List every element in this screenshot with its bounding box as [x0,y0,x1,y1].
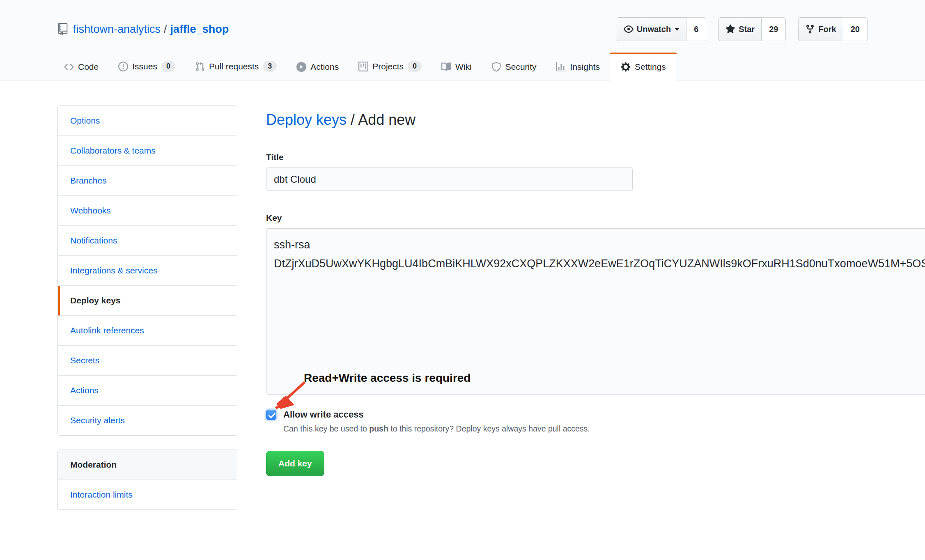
fork-count[interactable]: 20 [843,17,868,41]
title-input[interactable] [266,168,633,191]
repo-tabbar: Code Issues 0 Pull requests 3 Actions [0,51,925,80]
repo-social-buttons: Unwatch 6 Star 29 F [617,17,868,41]
repo-name-link[interactable]: jaffle_shop [170,23,229,36]
sidebar-item-secrets[interactable]: Secrets [58,346,237,376]
tab-label: Issues [132,62,157,71]
watch-count[interactable]: 6 [686,17,706,41]
allow-write-access-help: Can this key be used to push to this rep… [283,424,925,434]
page-title-current: Add new [358,111,415,128]
sidebar-item-options[interactable]: Options [58,106,237,136]
page-title: Deploy keys / Add new [266,111,925,129]
sidebar-item-interaction-limits[interactable]: Interaction limits [58,480,237,510]
play-icon [296,62,306,72]
tab-actions[interactable]: Actions [287,52,349,80]
add-key-button[interactable]: Add key [266,451,324,476]
sidebar-item-collaborators-teams[interactable]: Collaborators & teams [58,136,237,166]
moderation-header: Moderation [58,450,237,480]
issue-opened-icon [118,62,128,71]
tab-label: Settings [635,62,666,72]
tab-settings[interactable]: Settings [610,53,677,81]
projects-counter: 0 [408,61,422,72]
tab-label: Wiki [455,62,472,72]
unwatch-label: Unwatch [637,25,671,34]
gear-icon [621,62,631,72]
sidebar-item-security-alerts[interactable]: Security alerts [58,406,237,435]
tab-issues[interactable]: Issues 0 [108,51,185,80]
tab-label: Code [78,62,99,72]
allow-write-access-checkbox[interactable] [266,410,276,420]
book-icon [441,62,451,72]
deploy-key-form-area: Deploy keys / Add new Title Key ssh-rsa … [266,111,925,476]
breadcrumb: fishtown-analytics / jaffle_shop [57,23,229,36]
tab-code[interactable]: Code [54,52,108,80]
repo-owner-link[interactable]: fishtown-analytics [73,23,161,36]
star-count[interactable]: 29 [762,17,786,41]
tab-label: Pull requests [209,62,259,71]
sidebar-item-webhooks[interactable]: Webhooks [58,196,237,226]
unwatch-button[interactable]: Unwatch [617,17,686,41]
star-button-group: Star 29 [718,17,786,41]
breadcrumb-separator: / [164,23,167,36]
tab-label: Insights [570,62,600,72]
page-title-separator: / [347,111,358,128]
tab-insights[interactable]: Insights [546,52,610,80]
sidebar-item-branches[interactable]: Branches [58,166,237,196]
star-button[interactable]: Star [718,17,762,41]
watch-button-group: Unwatch 6 [617,17,706,41]
shield-icon [491,62,501,72]
tab-projects[interactable]: Projects 0 [349,51,432,80]
issues-counter: 0 [161,61,175,72]
graph-icon [556,62,566,72]
sidebar-item-actions[interactable]: Actions [58,376,237,406]
eye-icon [624,24,633,34]
fork-button-group: Fork 20 [798,17,868,41]
project-board-icon [358,62,368,71]
tab-security[interactable]: Security [482,52,546,80]
tab-pull-requests[interactable]: Pull requests 3 [185,51,287,80]
tab-label: Projects [372,62,404,71]
title-field-label: Title [266,152,925,162]
caret-down-icon [675,28,679,31]
allow-write-access-row: Allow write access [266,409,925,420]
settings-menu: Options Collaborators & teams Branches W… [57,106,237,436]
settings-sidebar: Options Collaborators & teams Branches W… [57,106,237,510]
fork-icon [805,24,815,34]
star-icon [725,24,735,34]
code-icon [64,62,74,72]
tab-wiki[interactable]: Wiki [432,52,482,80]
repo-book-icon [57,23,68,35]
star-label: Star [739,25,755,34]
sidebar-item-notifications[interactable]: Notifications [58,226,237,256]
deploy-keys-link[interactable]: Deploy keys [266,111,347,128]
sidebar-item-integrations-services[interactable]: Integrations & services [58,256,237,286]
fork-button[interactable]: Fork [798,17,843,41]
sidebar-item-deploy-keys[interactable]: Deploy keys [58,286,237,316]
tab-label: Actions [310,62,339,72]
repo-header: fishtown-analytics / jaffle_shop Unwatch… [0,0,925,80]
pull-request-icon [195,62,205,71]
tab-label: Security [505,62,537,72]
moderation-menu: Moderation Interaction limits [57,450,237,510]
sidebar-item-autolink-references[interactable]: Autolink references [58,316,237,346]
key-field-label: Key [266,213,925,223]
key-textarea[interactable]: ssh-rsa DtZjrXuD5UwXwYKHgbgLU4IbCmBiKHLW… [266,228,925,395]
pull-requests-counter: 3 [263,61,277,72]
fork-label: Fork [818,25,836,34]
allow-write-access-label: Allow write access [283,409,364,420]
